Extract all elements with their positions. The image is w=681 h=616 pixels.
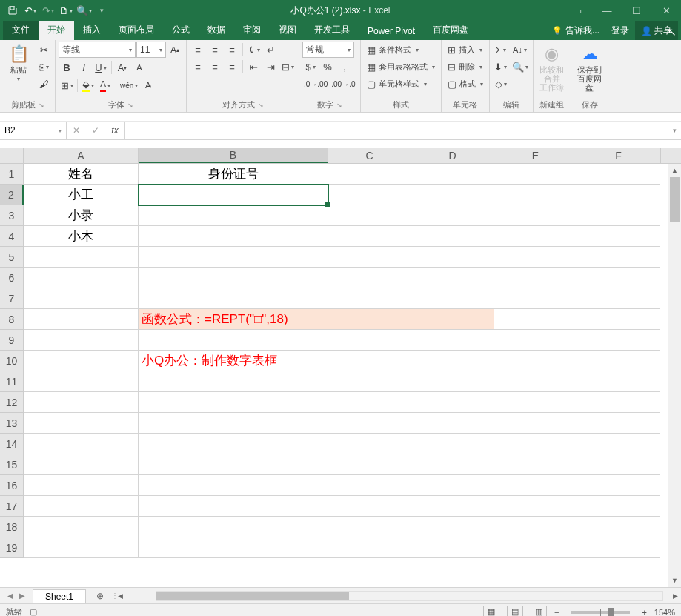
cell-B6[interactable] xyxy=(139,268,328,288)
cell-B16[interactable] xyxy=(139,475,328,496)
cell-C12[interactable] xyxy=(328,392,411,413)
cell-B19[interactable] xyxy=(139,537,328,558)
share-button[interactable]: 👤共享 ↖ xyxy=(635,21,678,40)
cell-C4[interactable] xyxy=(328,226,411,247)
row-header-1[interactable]: 1 xyxy=(0,164,24,185)
cell-C3[interactable] xyxy=(328,205,411,226)
row-header-14[interactable]: 14 xyxy=(0,434,24,454)
cell-C2[interactable] xyxy=(328,185,411,205)
page-break-view-button[interactable]: ▥ xyxy=(531,606,547,617)
cell-D6[interactable] xyxy=(411,268,494,288)
row-header-16[interactable]: 16 xyxy=(0,475,24,496)
cell-A13[interactable] xyxy=(24,413,139,434)
cell-E15[interactable] xyxy=(494,454,577,475)
cell-B7[interactable] xyxy=(139,288,328,309)
redo-icon[interactable]: ↷ xyxy=(40,2,56,19)
format-cells-button[interactable]: ▢格式 xyxy=(445,76,486,92)
cell-C15[interactable] xyxy=(328,454,411,475)
cell-A8[interactable] xyxy=(24,309,139,330)
cell-F6[interactable] xyxy=(577,268,660,288)
cell-D18[interactable] xyxy=(411,517,494,537)
cell-E3[interactable] xyxy=(494,205,577,226)
cell-C19[interactable] xyxy=(328,537,411,558)
ribbon-options-icon[interactable]: ▭ xyxy=(562,0,592,21)
cell-B4[interactable] xyxy=(139,226,328,247)
cell-D10[interactable] xyxy=(411,351,494,371)
cancel-formula-button[interactable]: ✕ xyxy=(67,122,86,139)
row-header-7[interactable]: 7 xyxy=(0,288,24,309)
increase-decimal-button[interactable]: .0→.00 xyxy=(302,76,329,92)
cell-B8[interactable]: 函数公式：=REPT("□",18) xyxy=(139,309,328,330)
row-header-2[interactable]: 2 xyxy=(0,185,24,205)
col-header-C[interactable]: C xyxy=(328,148,411,163)
increase-font-button[interactable]: A▴ xyxy=(167,42,183,58)
cell-E18[interactable] xyxy=(494,517,577,537)
cell-C18[interactable] xyxy=(328,517,411,537)
tab-layout[interactable]: 页面布局 xyxy=(110,21,163,40)
increase-indent-button[interactable]: ⇥ xyxy=(262,59,279,75)
dialog-launcher-icon[interactable]: ↘ xyxy=(336,102,342,109)
cell-B3[interactable] xyxy=(139,205,328,226)
tab-powerpivot[interactable]: Power Pivot xyxy=(359,23,424,40)
cells-area[interactable]: 姓名身份证号小工小录小木函数公式：=REPT("□",18)小Q办公：制作数字表… xyxy=(24,164,668,587)
cell-F15[interactable] xyxy=(577,454,660,475)
cell-A7[interactable] xyxy=(24,288,139,309)
cell-D15[interactable] xyxy=(411,454,494,475)
row-header-5[interactable]: 5 xyxy=(0,247,24,268)
cell-E8[interactable] xyxy=(494,309,577,330)
align-right-button[interactable]: ≡ xyxy=(224,59,240,75)
row-header-19[interactable]: 19 xyxy=(0,537,24,558)
cell-D1[interactable] xyxy=(411,164,494,185)
cell-F16[interactable] xyxy=(577,475,660,496)
cell-F12[interactable] xyxy=(577,392,660,413)
print-preview-icon[interactable]: 🔍 xyxy=(76,2,92,19)
cell-C5[interactable] xyxy=(328,247,411,268)
cell-D7[interactable] xyxy=(411,288,494,309)
cell-C6[interactable] xyxy=(328,268,411,288)
fx-button[interactable]: fx xyxy=(105,122,124,139)
tab-insert[interactable]: 插入 xyxy=(74,21,110,40)
vertical-scrollbar[interactable]: ▲ ▼ xyxy=(668,164,681,587)
cell-F17[interactable] xyxy=(577,496,660,517)
clear-button[interactable]: ◇ xyxy=(493,76,509,92)
cell-D3[interactable] xyxy=(411,205,494,226)
cell-E17[interactable] xyxy=(494,496,577,517)
sort-filter-button[interactable]: A↓ xyxy=(511,42,530,58)
cell-F4[interactable] xyxy=(577,226,660,247)
login-button[interactable]: 登录 xyxy=(605,21,635,40)
cell-D9[interactable] xyxy=(411,330,494,351)
row-header-18[interactable]: 18 xyxy=(0,517,24,537)
scroll-right-icon[interactable]: ▶ xyxy=(669,592,681,600)
zoom-in-button[interactable]: + xyxy=(642,608,646,617)
cell-A3[interactable]: 小录 xyxy=(24,205,139,226)
cell-C16[interactable] xyxy=(328,475,411,496)
col-header-A[interactable]: A xyxy=(24,148,139,163)
macro-record-icon[interactable]: ▢ xyxy=(30,607,37,616)
cell-C10[interactable] xyxy=(328,351,411,371)
cell-F5[interactable] xyxy=(577,247,660,268)
align-bottom-button[interactable]: ≡ xyxy=(224,42,240,58)
new-sheet-button[interactable]: ⊕ xyxy=(92,588,108,604)
tab-file[interactable]: 文件 xyxy=(3,21,39,40)
new-file-icon[interactable]: 🗋 xyxy=(58,2,74,19)
row-header-10[interactable]: 10 xyxy=(0,351,24,371)
cell-F19[interactable] xyxy=(577,537,660,558)
format-painter-button[interactable]: 🖌 xyxy=(36,76,52,92)
align-middle-button[interactable]: ≡ xyxy=(207,42,223,58)
cell-E9[interactable] xyxy=(494,330,577,351)
cell-F14[interactable] xyxy=(577,434,660,454)
cell-C14[interactable] xyxy=(328,434,411,454)
cell-F13[interactable] xyxy=(577,413,660,434)
page-layout-view-button[interactable]: ▤ xyxy=(507,606,523,617)
conditional-format-button[interactable]: ▦条件格式 xyxy=(364,42,422,58)
vscroll-thumb[interactable] xyxy=(670,177,680,222)
tab-home[interactable]: 开始 xyxy=(39,21,74,40)
table-format-button[interactable]: ▦套用表格格式 xyxy=(364,59,438,75)
sheet-tab[interactable]: Sheet1 xyxy=(33,589,86,603)
cell-E4[interactable] xyxy=(494,226,577,247)
bold-button[interactable]: B xyxy=(59,59,75,76)
decrease-font-button[interactable]: A▾ xyxy=(114,59,130,76)
tell-me-input[interactable]: 告诉我... xyxy=(546,21,605,40)
clear-format-button[interactable]: A̶ xyxy=(140,77,156,93)
decrease-indent-button[interactable]: ⇤ xyxy=(245,59,262,75)
